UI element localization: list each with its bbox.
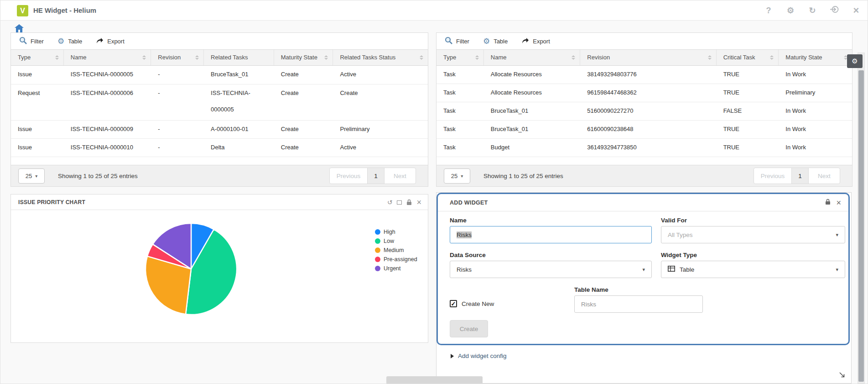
name-input[interactable]: Risks xyxy=(450,226,652,243)
table-cell: In Work xyxy=(779,102,852,120)
create-new-checkbox[interactable]: ✓ xyxy=(450,300,457,307)
resize-handle-icon[interactable] xyxy=(839,372,845,380)
table-name-input[interactable]: Risks xyxy=(574,295,703,313)
previous-button[interactable]: Previous xyxy=(330,168,367,184)
lock-icon[interactable] xyxy=(825,199,831,207)
close-icon[interactable]: × xyxy=(851,5,861,16)
tasks-table-widget: Filter⚙TableExport TypeNameRevisionCriti… xyxy=(436,32,852,187)
table-cell: Delta xyxy=(204,139,274,157)
column-header[interactable]: Critical Task xyxy=(717,50,779,65)
table-row[interactable]: TaskBruceTask_0151600090227270FALSEIn Wo… xyxy=(437,102,852,121)
column-header[interactable]: Type xyxy=(437,50,484,65)
table-cell: In Work xyxy=(779,121,852,138)
column-header-label: Related Tasks xyxy=(211,50,248,65)
table-cell: Issue xyxy=(11,121,64,138)
legend-item[interactable]: Urgent xyxy=(375,264,417,273)
toolbar-table-button[interactable]: ⚙Table xyxy=(57,37,82,45)
add-widget-config-toggle[interactable]: Add widget config xyxy=(437,348,850,364)
valid-for-select[interactable]: All Types ▾ xyxy=(661,226,845,243)
sort-icon[interactable] xyxy=(195,55,199,60)
issues-table-widget: Filter⚙TableExport TypeNameRevisionRelat… xyxy=(10,32,428,187)
toolbar-export-button[interactable]: Export xyxy=(521,37,550,45)
close-icon[interactable]: × xyxy=(836,199,841,207)
column-header[interactable]: Related Tasks Status xyxy=(333,50,428,65)
widget-type-select[interactable]: Table ▾ xyxy=(661,261,845,278)
legend-item[interactable]: Low xyxy=(375,237,417,246)
dashboard: Filter⚙TableExport TypeNameRevisionRelat… xyxy=(0,21,868,384)
sort-icon[interactable] xyxy=(55,55,59,60)
create-button[interactable]: Create xyxy=(450,320,488,337)
widget-type-label: Widget Type xyxy=(661,252,697,258)
home-icon[interactable] xyxy=(15,24,24,33)
bottom-scroll-handle[interactable] xyxy=(386,376,483,384)
data-source-select[interactable]: Risks ▾ xyxy=(450,261,652,278)
table-row[interactable]: RequestISS-TECHNIA-0000006-ISS-TECHNIA-0… xyxy=(11,84,428,121)
sort-icon[interactable] xyxy=(420,55,423,60)
sign-in-icon[interactable] xyxy=(829,5,839,16)
name-label: Name xyxy=(450,217,467,224)
table-row[interactable]: TaskAllocate Resources961598447468362TRU… xyxy=(437,84,852,102)
toolbar-table-button[interactable]: ⚙Table xyxy=(483,37,508,45)
table-cell: Preliminary xyxy=(779,84,852,102)
column-header[interactable]: Revision xyxy=(151,50,204,65)
next-button[interactable]: Next xyxy=(385,168,416,184)
sort-icon[interactable] xyxy=(324,55,328,60)
legend-label: Medium xyxy=(384,247,404,253)
column-header[interactable]: Name xyxy=(64,50,151,65)
table-row[interactable]: TaskBruceTask_0161600090238648TRUEIn Wor… xyxy=(437,121,852,139)
toolbar-filter-button[interactable]: Filter xyxy=(19,37,44,46)
magnifier-icon xyxy=(19,37,27,46)
page-size-select[interactable]: 25 ▾ xyxy=(444,168,470,184)
refresh-icon[interactable]: ↺ xyxy=(387,199,393,205)
lock-icon[interactable] xyxy=(406,199,412,205)
column-header: Related Tasks xyxy=(204,50,274,65)
column-header[interactable]: Maturity State xyxy=(779,50,852,65)
refresh-icon[interactable]: ↻ xyxy=(807,5,817,16)
sort-icon[interactable] xyxy=(142,55,146,60)
maximize-icon[interactable] xyxy=(397,200,402,205)
pie-chart[interactable] xyxy=(143,221,239,317)
tasks-table-body: TaskAllocate Resources381493294803776TRU… xyxy=(437,66,852,157)
sort-icon[interactable] xyxy=(708,55,712,60)
help-icon[interactable]: ? xyxy=(764,6,774,16)
sort-icon[interactable] xyxy=(770,55,774,60)
app-logo: V xyxy=(17,5,28,16)
legend-item[interactable]: Pre-assigned xyxy=(375,255,417,264)
sort-icon[interactable] xyxy=(475,55,479,60)
create-new-label: Create New xyxy=(462,300,494,307)
valid-for-value: All Types xyxy=(668,231,693,238)
legend-item[interactable]: Medium xyxy=(375,246,417,255)
table-row[interactable]: TaskAllocate Resources381493294803776TRU… xyxy=(437,66,852,84)
toolbar-filter-button[interactable]: Filter xyxy=(445,37,469,46)
vertical-scrollbar[interactable] xyxy=(858,53,865,384)
sort-icon[interactable] xyxy=(572,55,575,60)
column-header[interactable]: Name xyxy=(484,50,581,65)
settings-gear-icon[interactable]: ⚙ xyxy=(785,5,795,16)
table-row[interactable]: IssueISS-TECHNIA-0000005-BruceTask_01Cre… xyxy=(11,66,428,84)
current-page-button[interactable]: 1 xyxy=(367,168,385,184)
table-cell: Issue xyxy=(11,66,64,84)
toolbar-label: Filter xyxy=(456,38,469,45)
table-row[interactable]: IssueISS-TECHNIA-0000010-DeltaCreateActi… xyxy=(11,139,428,157)
issues-pager: 25 ▾ Showing 1 to 25 of 25 entries Previ… xyxy=(11,165,428,186)
table-cell: ISS-TECHNIA-0000006 xyxy=(64,84,151,120)
column-header[interactable]: Maturity State xyxy=(274,50,333,65)
column-header[interactable]: Type xyxy=(11,50,64,65)
close-icon[interactable]: × xyxy=(416,199,421,205)
legend-item[interactable]: High xyxy=(375,227,417,237)
table-row[interactable]: IssueISS-TECHNIA-0000009-A-0000100-01Cre… xyxy=(11,121,428,139)
table-cell: Task xyxy=(437,121,484,138)
toolbar-label: Export xyxy=(107,38,125,45)
table-row[interactable]: TaskBudget361493294773850TRUEIn Work xyxy=(437,139,852,157)
table-name-label: Table Name xyxy=(574,286,608,293)
pagination-buttons: Previous 1 Next xyxy=(754,168,840,184)
dashboard-settings-gear-icon[interactable]: ⚙ xyxy=(847,54,863,68)
column-header[interactable]: Revision xyxy=(580,50,716,65)
current-page-button[interactable]: 1 xyxy=(791,168,809,184)
scrollbar-thumb[interactable] xyxy=(858,70,864,382)
pagination-buttons: Previous 1 Next xyxy=(329,168,416,184)
toolbar-export-button[interactable]: Export xyxy=(96,37,125,45)
next-button[interactable]: Next xyxy=(809,168,840,184)
previous-button[interactable]: Previous xyxy=(754,168,791,184)
page-size-select[interactable]: 25 ▾ xyxy=(18,168,45,184)
